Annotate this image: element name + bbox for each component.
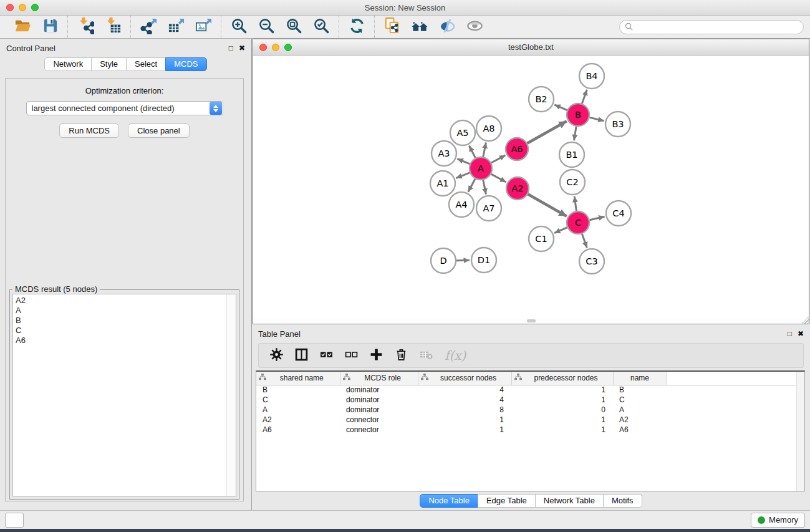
graph-edge-C-C1[interactable] [554, 228, 567, 233]
tab-motifs[interactable]: Motifs [603, 494, 642, 508]
column-header-MCDS-role[interactable]: MCDS role [340, 372, 418, 385]
graph-node-D[interactable]: D [431, 248, 456, 273]
show-button[interactable] [461, 16, 488, 37]
table-cell[interactable]: B [613, 385, 667, 395]
graph-node-A1[interactable]: A1 [430, 171, 455, 196]
zoom-selected-button[interactable] [307, 16, 335, 37]
search-input[interactable] [636, 22, 798, 32]
graph-node-C3[interactable]: C3 [579, 249, 604, 274]
table-cell[interactable]: 1 [511, 395, 613, 405]
graph-node-A6[interactable]: A6 [506, 138, 528, 160]
tab-network-table[interactable]: Network Table [535, 494, 604, 508]
save-button[interactable] [36, 16, 64, 37]
table-cell[interactable]: 0 [511, 405, 613, 415]
graph-node-A8[interactable]: A8 [476, 116, 501, 141]
horizontal-scroll-thumb[interactable] [527, 319, 536, 322]
table-row[interactable]: A6connector11A6 [256, 425, 804, 435]
graph-node-B1[interactable]: B1 [559, 142, 584, 167]
zoom-out-button[interactable] [253, 16, 280, 37]
run-mcds-button[interactable]: Run MCDS [59, 123, 119, 138]
table-cell[interactable]: dominator [340, 405, 418, 415]
minimize-window-button[interactable] [19, 4, 26, 11]
table-cell[interactable]: 1 [511, 415, 613, 425]
graph-edge-A6-B[interactable] [528, 121, 567, 143]
graph-edge-A-A3[interactable] [457, 159, 470, 164]
clone-network-button[interactable] [378, 16, 406, 37]
close-table-panel-icon[interactable]: ✖ [798, 329, 804, 338]
open-button[interactable] [9, 16, 36, 37]
graph-node-B[interactable]: B [567, 104, 589, 126]
export-image-button[interactable] [190, 16, 217, 37]
graph-node-C2[interactable]: C2 [560, 170, 585, 195]
zoom-window-button[interactable] [31, 4, 39, 11]
table-cell[interactable]: C [613, 395, 667, 405]
deselect-all-button[interactable] [340, 345, 362, 366]
select-all-button[interactable] [315, 345, 337, 366]
graph-node-A3[interactable]: A3 [432, 141, 456, 166]
graph-edge-B-B4[interactable] [582, 90, 587, 104]
optimization-criterion-dropdown[interactable]: largest connected component (directed) [26, 101, 223, 115]
close-window-button[interactable] [6, 4, 14, 11]
zoom-fit-button[interactable] [280, 16, 307, 37]
column-header-successor-nodes[interactable]: successor nodes [418, 372, 511, 385]
column-header-predecessor-nodes[interactable]: predecessor nodes [511, 372, 613, 385]
graph-edge-A-A7[interactable] [483, 180, 486, 195]
table-cell[interactable]: 4 [418, 395, 511, 405]
graph-node-A5[interactable]: A5 [450, 120, 475, 145]
table-row[interactable]: Adominator80A [256, 405, 804, 415]
table-cell[interactable]: B [256, 385, 340, 395]
refresh-button[interactable] [343, 16, 370, 37]
add-button[interactable] [365, 345, 387, 366]
table-cell[interactable]: 1 [511, 425, 613, 435]
graph-edge-C-C4[interactable] [590, 216, 605, 220]
tab-style[interactable]: Style [91, 57, 127, 71]
graph-edge-A2-C[interactable] [528, 194, 567, 216]
table-cell[interactable]: A [256, 405, 340, 415]
tab-node-table[interactable]: Node Table [420, 494, 478, 508]
columns-button[interactable] [290, 345, 312, 366]
float-table-panel-icon[interactable]: □ [788, 329, 792, 338]
graph-node-B2[interactable]: B2 [529, 87, 554, 112]
graph-edge-A-A1[interactable] [456, 173, 470, 178]
task-history-button[interactable] [5, 513, 24, 528]
table-row[interactable]: Cdominator41C [256, 395, 804, 405]
hide-button[interactable] [433, 16, 461, 37]
table-cell[interactable]: A6 [256, 425, 340, 435]
close-panel-button[interactable]: Close panel [128, 123, 190, 138]
graph-node-A7[interactable]: A7 [476, 196, 501, 221]
table-cell[interactable]: connector [340, 425, 418, 435]
tab-select[interactable]: Select [126, 57, 166, 71]
table-cell[interactable]: connector [340, 415, 418, 425]
float-panel-icon[interactable]: □ [229, 44, 233, 52]
mcds-result-item[interactable]: A [13, 306, 236, 316]
table-cell[interactable]: 1 [418, 425, 511, 435]
graph-node-C[interactable]: C [567, 211, 589, 234]
table-cell[interactable]: A [613, 405, 667, 415]
graph-node-A4[interactable]: A4 [449, 192, 474, 217]
table-cell[interactable]: 8 [418, 405, 511, 415]
delete-button[interactable] [390, 345, 412, 366]
graph-node-D1[interactable]: D1 [471, 248, 496, 273]
graph-node-B3[interactable]: B3 [605, 112, 630, 137]
graph-edge-B-B1[interactable] [574, 127, 577, 141]
close-panel-icon[interactable]: ✖ [239, 44, 245, 52]
table-row[interactable]: A2connector11A2 [256, 415, 804, 425]
table-cell[interactable]: dominator [340, 385, 418, 395]
zoom-in-button[interactable] [225, 16, 253, 37]
table-cell[interactable]: 4 [418, 385, 511, 395]
export-table-button[interactable] [162, 16, 190, 37]
table-cell[interactable]: A2 [256, 415, 340, 425]
table-cell[interactable]: A2 [613, 415, 667, 425]
graph-edge-A-A8[interactable] [483, 143, 486, 157]
graph-edge-C-C2[interactable] [574, 196, 576, 211]
import-table-button[interactable] [99, 16, 127, 37]
tab-edge-table[interactable]: Edge Table [478, 494, 536, 508]
settings-button[interactable] [265, 345, 287, 366]
graph-edge-A-A6[interactable] [491, 155, 506, 163]
home-button[interactable] [406, 16, 433, 37]
column-header-name[interactable]: name [613, 372, 667, 385]
mcds-result-item[interactable]: C [13, 326, 236, 336]
graph-node-B4[interactable]: B4 [579, 64, 604, 89]
search-field[interactable] [619, 20, 804, 34]
column-header-shared-name[interactable]: shared name [256, 372, 340, 385]
